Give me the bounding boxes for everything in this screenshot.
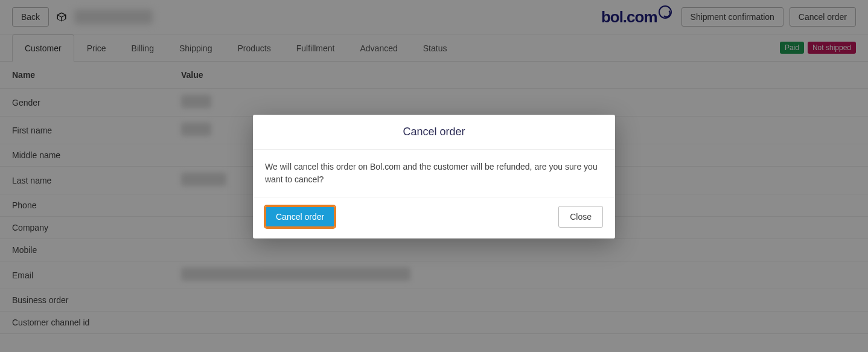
confirm-cancel-order-button[interactable]: Cancel order — [265, 206, 335, 228]
cancel-order-modal: Cancel order We will cancel this order o… — [253, 115, 615, 238]
modal-overlay[interactable]: Cancel order We will cancel this order o… — [0, 0, 868, 352]
modal-body: We will cancel this order on Bol.com and… — [253, 150, 615, 197]
modal-footer: Cancel order Close — [253, 197, 615, 238]
modal-title: Cancel order — [253, 115, 615, 150]
close-modal-button[interactable]: Close — [558, 206, 603, 228]
